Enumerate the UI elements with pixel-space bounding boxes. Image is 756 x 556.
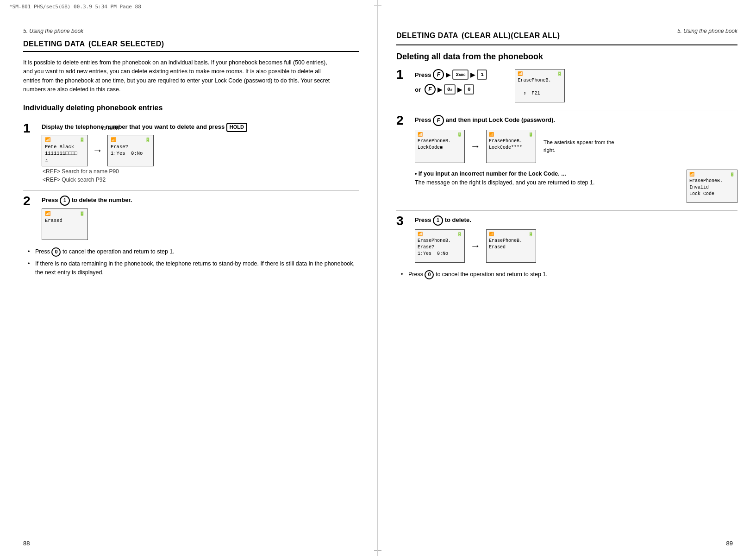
step1-ref2: <REF> Quick search P92 [43, 177, 359, 183]
hold-button[interactable]: HOLD [226, 123, 247, 132]
btn-1-step3[interactable]: 1 [433, 215, 443, 226]
press-label-r1: Press [415, 71, 431, 78]
right-title-sub2: (CLEAR ALL) [511, 32, 560, 39]
battery-r3a: 🔋 [457, 232, 462, 237]
signal-icon-2: 📶 [111, 137, 116, 143]
step2-screens: 📶 🔋 Erased [42, 208, 359, 240]
left-page: 5. Using the phone book DELETING DATA (C… [0, 0, 378, 556]
right-screen1-text: ErasePhoneB. ⇕ F21 [518, 77, 562, 97]
right-screen3a-text: ErasePhoneB. Erase? 1:Yes 0:No [418, 238, 462, 257]
right-bullet-1: • Press 0 to cancel the operation and re… [401, 270, 737, 279]
or-label: or [415, 86, 421, 93]
battery-icon-3: 🔋 [79, 211, 85, 216]
right-subsection-title: Deleting all data from the phonebook [396, 52, 737, 62]
btn-f-seq1[interactable]: F [433, 69, 444, 80]
right-section-label: 5. Using the phone book [677, 28, 737, 34]
step1-title-text: Display the telephone number that you wa… [42, 123, 225, 130]
signal-r2b: 📶 [489, 132, 494, 137]
key-1-seq1[interactable]: 1 [477, 70, 487, 80]
intro-text: It is possible to delete entries from th… [23, 58, 338, 95]
left-bullets: • Press 0 to cancel the operation and re… [23, 247, 359, 278]
arrow-seq2-1: ▶ [437, 86, 442, 93]
right-step2-number: 2 [396, 114, 411, 127]
signal-r2a: 📶 [418, 132, 423, 137]
signal-icon-1: 📶 [45, 137, 50, 143]
btn-0-cancel[interactable]: 0 [51, 247, 61, 257]
battery-r1: 🔋 [557, 71, 562, 76]
right-screen3b: 📶 🔋 ErasePhoneB. Erased [486, 229, 536, 263]
right-step3-number: 3 [396, 215, 411, 227]
asterisk-note: The asterisks appear from the right. [544, 139, 627, 155]
right-screen2b: 📶 🔋 ErasePhoneB. LockCode**** [486, 130, 536, 163]
left-title-main: DELETING DATA [23, 40, 85, 48]
key-0-seq2[interactable]: 0 [464, 84, 474, 95]
btn-1-step2[interactable]: 1 [60, 196, 70, 206]
left-title-sub: (CLEAR SELECTED) [88, 40, 164, 48]
arrow-r2: → [470, 140, 481, 152]
battery-r2c: 🔋 [730, 172, 735, 177]
btn-0-right[interactable]: 0 [425, 270, 434, 279]
title-rule-right [396, 44, 737, 45]
right-step1-number: 1 [396, 68, 411, 81]
right-step3-before: Press [415, 216, 431, 223]
arrow1: → [93, 145, 103, 157]
if-wrong-body: The message on the right is displayed, a… [415, 179, 594, 186]
left-section-title: DELETING DATA (CLEAR SELECTED) [23, 36, 359, 49]
btn-f-seq2[interactable]: F [425, 84, 436, 95]
right-title-sub: (CLEAR ALL) [462, 32, 511, 39]
page-num-right: 89 [726, 540, 733, 547]
title-rule-left [23, 51, 359, 52]
screen2-text: Erase? 1:Yes 0:No [111, 144, 150, 157]
bullet-2: • If there is no data remaining in the p… [28, 259, 359, 278]
signal-r2c: 📶 [689, 172, 694, 177]
if-wrong-title: If you input an incorrect number for the… [419, 171, 566, 177]
screen1: 📶 🔋 Pete Black 1111111□□□□ ⇕ [42, 135, 88, 166]
right-step3-content: Press 1 to delete. 📶 🔋 ErasePhoneB. Eras… [415, 215, 737, 263]
battery-r2a: 🔋 [457, 132, 462, 137]
step1-ref1: <REF> Search for a name P90 [43, 168, 359, 175]
right-step2-after: and then input Lock Code (password). [446, 116, 555, 123]
right-step2-content: Press F and then input Lock Code (passwo… [415, 115, 737, 203]
left-section-label: 5. Using the phone book [23, 28, 359, 34]
step2-title-before: Press [42, 196, 58, 203]
step2-title: Press 1 to delete the number. [42, 196, 359, 206]
screen3-text: Erased [45, 217, 85, 224]
right-step1-block: 1 Press F ▶ 2ABC ▶ 1 [396, 69, 737, 102]
right-screen3a: 📶 🔋 ErasePhoneB. Erase? 1:Yes 0:No [415, 229, 465, 263]
right-step3-title: Press 1 to delete. [415, 215, 737, 226]
battery-r2b: 🔋 [528, 132, 533, 137]
step1-content: Display the telephone number that you wa… [42, 123, 359, 183]
right-title-main: DELETING DATA [396, 32, 458, 39]
right-step2-before: Press [415, 116, 431, 123]
signal-r3b: 📶 [489, 232, 494, 237]
step2-block: 2 Press 1 to delete the number. 📶 🔋 Eras… [23, 196, 359, 240]
key-0hash[interactable]: 0# [444, 84, 456, 95]
right-step3-block: 3 Press 1 to delete. 📶 🔋 ErasePhoneB. Er… [396, 215, 737, 263]
right-page: DELETING DATA (CLEAR ALL)(CLEAR ALL) 5. … [378, 0, 756, 556]
if-wrong-text: • If you input an incorrect number for t… [415, 170, 679, 187]
screen3: 📶 🔋 Erased [42, 208, 88, 240]
if-wrong-block: • If you input an incorrect number for t… [415, 170, 737, 203]
arrow-seq1-1: ▶ [446, 71, 450, 78]
right-section-title: DELETING DATA (CLEAR ALL)(CLEAR ALL) [396, 28, 560, 41]
step1-block: 1 Display the telephone number that you … [23, 123, 359, 183]
right-step3-after: to delete. [445, 216, 471, 223]
right-screen2a-text: ErasePhoneB. LockCode■ [418, 138, 462, 151]
right-screen2c-text: ErasePhoneB. Invalid Lock Code [689, 178, 735, 197]
right-bullets: • Press 0 to cancel the operation and re… [396, 270, 737, 279]
step1-title: Display the telephone number that you wa… [42, 123, 359, 132]
right-step2-title: Press F and then input Lock Code (passwo… [415, 115, 737, 126]
right-step-rule-1 [396, 110, 737, 110]
right-screen3b-text: ErasePhoneB. Erased [489, 238, 533, 251]
step-rule-1 [23, 190, 359, 191]
step1-number: 1 [23, 122, 38, 135]
signal-icon-3: 📶 [45, 211, 50, 216]
btn-f-step2[interactable]: F [433, 115, 444, 126]
left-subsection-title: Individually deleting phonebook entries [23, 104, 359, 112]
screen1-text: Pete Black 1111111□□□□ ⇕ [45, 144, 85, 165]
key-2abc[interactable]: 2ABC [452, 70, 469, 80]
arrow-seq1-2: ▶ [470, 71, 475, 78]
signal-r1: 📶 [518, 71, 523, 76]
screen2: 📶 🔋 Erase? 1:Yes 0:No [107, 135, 154, 166]
right-step-rule-2 [396, 210, 737, 211]
